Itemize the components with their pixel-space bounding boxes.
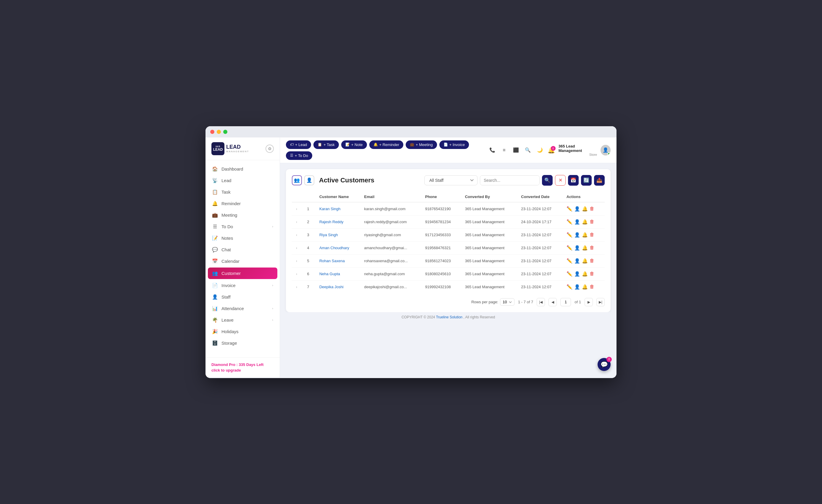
sidebar-item-lead[interactable]: 📡 Lead	[206, 175, 280, 186]
action-user-1[interactable]: 👤	[574, 219, 580, 225]
action-edit-6[interactable]: ✏️	[566, 284, 572, 290]
maximize-dot[interactable]	[223, 130, 228, 134]
nav-label-customer: Customer	[222, 271, 241, 276]
prev-page-btn[interactable]: ◀	[548, 298, 557, 306]
sidebar-item-calendar[interactable]: 📅 Calendar	[206, 256, 280, 267]
minimize-dot[interactable]	[217, 130, 221, 134]
action-delete-0[interactable]: 🗑	[589, 206, 594, 211]
row-expand-5[interactable]: ›	[292, 267, 303, 280]
row-email-0: karan.singh@gmail.com	[360, 202, 421, 215]
staff-filter[interactable]: All Staff	[424, 175, 477, 185]
notification-badge[interactable]: 🔔 0	[547, 147, 555, 154]
page-input[interactable]	[560, 298, 571, 306]
btn-icon-add-invoice: 📄	[443, 142, 448, 147]
action-user-6[interactable]: 👤	[574, 284, 580, 290]
row-name-3[interactable]: Aman Choudhary	[315, 241, 360, 254]
first-page-btn[interactable]: |◀	[537, 298, 545, 306]
row-name-2[interactable]: Riya Singh	[315, 228, 360, 241]
action-user-4[interactable]: 👤	[574, 258, 580, 264]
sidebar-item-customer[interactable]: 👥 Customer	[208, 268, 277, 279]
action-delete-6[interactable]: 🗑	[589, 284, 594, 290]
next-page-btn[interactable]: ▶	[584, 298, 593, 306]
topbar-btn-add-meeting[interactable]: 💼+ Meeting	[406, 140, 437, 149]
action-user-0[interactable]: 👤	[574, 206, 580, 212]
sidebar-item-reminder[interactable]: 🔔 Reminder	[206, 198, 280, 209]
action-bell-6[interactable]: 🔔	[582, 284, 588, 290]
close-dot[interactable]	[210, 130, 215, 134]
grid-view-btn[interactable]: 👤	[304, 175, 314, 185]
action-delete-2[interactable]: 🗑	[589, 232, 594, 237]
row-expand-3[interactable]: ›	[292, 241, 303, 254]
topbar-btn-add-reminder[interactable]: 🔔+ Reminder	[369, 140, 404, 149]
search-icon[interactable]: 🔍	[524, 146, 532, 154]
action-bell-5[interactable]: 🔔	[582, 271, 588, 277]
footer-link[interactable]: Trueline Solution	[436, 315, 462, 319]
action-edit-1[interactable]: ✏️	[566, 219, 572, 225]
row-expand-0[interactable]: ›	[292, 202, 303, 215]
avatar[interactable]: 👤	[600, 145, 610, 155]
last-page-btn[interactable]: ▶|	[596, 298, 605, 306]
action-bell-2[interactable]: 🔔	[582, 232, 588, 238]
topbar-btn-add-task[interactable]: 📋+ Task	[314, 140, 339, 149]
action-edit-0[interactable]: ✏️	[566, 206, 572, 212]
row-name-0[interactable]: Karan Singh	[315, 202, 360, 215]
chat-bubble-btn[interactable]: 💬 0	[597, 358, 610, 371]
action-edit-4[interactable]: ✏️	[566, 258, 572, 264]
sidebar-item-leave[interactable]: 🌴 Leave ›	[206, 314, 280, 326]
row-name-5[interactable]: Neha Gupta	[315, 267, 360, 280]
row-expand-4[interactable]: ›	[292, 254, 303, 267]
export-btn[interactable]: 📤	[594, 175, 605, 186]
action-user-5[interactable]: 👤	[574, 271, 580, 277]
action-user-3[interactable]: 👤	[574, 245, 580, 251]
row-expand-1[interactable]: ›	[292, 215, 303, 228]
topbar-btn-add-lead[interactable]: 🏷+ Lead	[286, 140, 311, 149]
sidebar-item-task[interactable]: 📋 Task	[206, 186, 280, 198]
online-indicator	[607, 152, 610, 155]
action-edit-2[interactable]: ✏️	[566, 232, 572, 238]
row-phone-1: 919456781234	[421, 215, 461, 228]
refresh-btn[interactable]: 🔄	[581, 175, 592, 186]
row-name-6[interactable]: Deepika Joshi	[315, 280, 360, 293]
action-delete-3[interactable]: 🗑	[589, 245, 594, 250]
copy-icon[interactable]: ⬛	[512, 146, 520, 154]
action-edit-5[interactable]: ✏️	[566, 271, 572, 277]
action-delete-1[interactable]: 🗑	[589, 219, 594, 224]
row-name-4[interactable]: Rohan Saxena	[315, 254, 360, 267]
sidebar-item-notes[interactable]: 📝 Notes	[206, 232, 280, 244]
action-bell-3[interactable]: 🔔	[582, 245, 588, 251]
action-bell-4[interactable]: 🔔	[582, 258, 588, 264]
calendar-view-btn[interactable]: 📅	[568, 175, 579, 186]
clear-button[interactable]: ✕	[555, 175, 566, 186]
list-view-btn[interactable]: 👥	[292, 175, 302, 185]
sidebar-item-chat[interactable]: 💬 Chat	[206, 244, 280, 256]
search-input[interactable]	[480, 175, 539, 185]
search-button[interactable]: 🔍	[542, 175, 553, 186]
sidebar-item-holidays[interactable]: 🎉 Holidays	[206, 326, 280, 337]
sidebar-item-invoice[interactable]: 📄 Invoice ›	[206, 280, 280, 291]
action-edit-3[interactable]: ✏️	[566, 245, 572, 251]
topbar-btn-add-note[interactable]: 📝+ Note	[341, 140, 367, 149]
sidebar-item-meeting[interactable]: 💼 Meeting	[206, 209, 280, 221]
action-bell-1[interactable]: 🔔	[582, 219, 588, 225]
row-expand-2[interactable]: ›	[292, 228, 303, 241]
action-bell-0[interactable]: 🔔	[582, 206, 588, 212]
sidebar-item-dashboard[interactable]: 🏠 Dashboard	[206, 163, 280, 175]
sidebar-item-attendance[interactable]: 📊 Attendance ›	[206, 303, 280, 314]
moon-icon[interactable]: 🌙	[536, 146, 544, 154]
topbar-btn-add-invoice[interactable]: 📄+ Invoice	[439, 140, 469, 149]
row-expand-6[interactable]: ›	[292, 280, 303, 293]
topbar-btn-add-todo[interactable]: ☰+ To Do	[286, 151, 312, 160]
sidebar-item-storage[interactable]: 🗄️ Storage	[206, 337, 280, 349]
action-delete-5[interactable]: 🗑	[589, 271, 594, 277]
action-delete-4[interactable]: 🗑	[589, 258, 594, 264]
sidebar-item-todo[interactable]: ☰ To Do ›	[206, 221, 280, 232]
row-name-1[interactable]: Rajesh Reddy	[315, 215, 360, 228]
grid-icon[interactable]: ≡	[500, 146, 508, 154]
action-user-2[interactable]: 👤	[574, 232, 580, 238]
settings-icon[interactable]: ⚙	[266, 144, 274, 153]
rows-per-page-select[interactable]: 10	[500, 298, 514, 306]
upgrade-link[interactable]: Diamond Pro : 335 Days Left click to upg…	[212, 362, 274, 373]
phone-icon[interactable]: 📞	[488, 146, 496, 154]
sidebar-item-staff[interactable]: 👤 Staff	[206, 291, 280, 303]
nav-label-calendar: Calendar	[222, 259, 240, 264]
